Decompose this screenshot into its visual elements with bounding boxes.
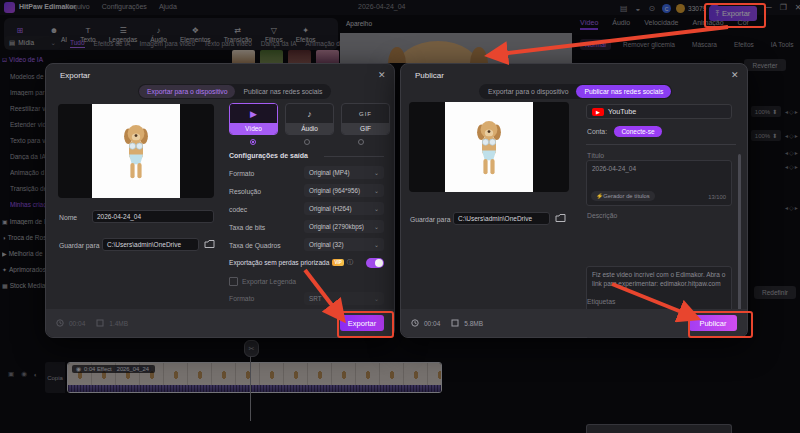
export-size: 1.4MB (109, 320, 128, 327)
tab-export-device[interactable]: Exportar para o dispositivo (480, 85, 576, 98)
platform-selector[interactable]: ▶ YouTube (586, 104, 732, 119)
chevron-down-icon: ⌄ (374, 295, 379, 302)
legend-checkbox[interactable] (229, 277, 238, 286)
publish-dialog-close-icon[interactable]: ✕ (731, 70, 739, 80)
lossless-toggle[interactable] (366, 258, 384, 268)
vip-badge: VIP (332, 259, 343, 266)
guardar-label: Guardar para (410, 216, 450, 223)
setting-label: Taxa de Quadros (229, 242, 281, 249)
tab-publish-social[interactable]: Publicar nas redes sociais (235, 85, 330, 98)
gif-format-icon: GIF (342, 104, 389, 123)
clock-icon (411, 319, 419, 327)
etiquetas-field[interactable] (586, 424, 732, 433)
legend-format-label: Formato (229, 295, 254, 302)
publish-dialog-title: Publicar (415, 71, 444, 80)
file-size-icon (96, 319, 104, 327)
titulo-counter: 13/100 (708, 194, 726, 200)
export-confirm-button[interactable]: Exportar (340, 315, 384, 331)
guardar-label: Guardar para (59, 242, 99, 249)
export-dialog: Exportar ✕ Exportar para o dispositivo P… (45, 63, 395, 338)
app-window: HitPaw Edimakor Arquivo Configurações Aj… (0, 0, 800, 433)
srt-dropdown: SRT⌄ (304, 292, 384, 305)
formato-dropdown[interactable]: Original (MP4)⌄ (304, 166, 384, 179)
nome-input[interactable]: 2026-04-24_04 (92, 210, 214, 223)
chevron-down-icon: ⌄ (374, 187, 379, 194)
publish-dialog: Publicar ✕ Exportar para o dispositivo P… (400, 63, 748, 338)
export-preview (58, 104, 214, 198)
publish-confirm-button[interactable]: Publicar (689, 315, 737, 331)
tab-export-device[interactable]: Exportar para o dispositivo (139, 85, 235, 98)
export-dialog-title: Exportar (60, 71, 90, 80)
export-dialog-close-icon[interactable]: ✕ (378, 70, 386, 80)
titulo-label: Título (587, 152, 604, 159)
youtube-icon: ▶ (592, 108, 604, 116)
dog-image (115, 120, 157, 182)
nome-label: Nome (59, 214, 77, 221)
framerate-dropdown[interactable]: Original (32)⌄ (304, 238, 384, 251)
bitrate-dropdown[interactable]: Original (2790kbps)⌄ (304, 220, 384, 233)
chevron-down-icon: ⌄ (374, 241, 379, 248)
resolucao-dropdown[interactable]: Original (964*956)⌄ (304, 184, 384, 197)
info-icon[interactable]: ⓘ (347, 258, 354, 267)
export-duration: 00:04 (69, 320, 85, 327)
publish-preview (409, 102, 569, 192)
clock-icon (56, 319, 64, 327)
chevron-down-icon: ⌄ (374, 169, 379, 176)
radio-video[interactable] (250, 139, 256, 145)
chevron-down-icon: ⌄ (374, 205, 379, 212)
chevron-down-icon: ⌄ (374, 223, 379, 230)
publish-size: 5.8MB (464, 320, 483, 327)
format-card-video[interactable]: ▶Vídeo (229, 103, 278, 135)
audio-format-icon: ♪ (286, 104, 333, 123)
titulo-textarea[interactable]: 2026-04-24_04 ⚡Gerador de títulos 13/100 (586, 160, 732, 206)
video-format-icon: ▶ (230, 104, 277, 123)
title-generator-chip[interactable]: ⚡Gerador de títulos (591, 191, 655, 201)
setting-label: codec (229, 206, 247, 213)
export-dialog-footer: 00:04 1.4MB Exportar (46, 309, 394, 337)
connect-button[interactable]: Conecte-se (614, 126, 662, 137)
scrollbar[interactable] (738, 154, 741, 312)
radio-gif[interactable] (358, 139, 364, 145)
tab-publish-social[interactable]: Publicar nas redes sociais (576, 85, 671, 98)
setting-label: Resolução (229, 188, 261, 195)
browse-folder-icon[interactable] (204, 239, 215, 249)
file-size-icon (451, 319, 459, 327)
publish-tab-group: Exportar para o dispositivo Publicar nas… (479, 84, 672, 99)
output-settings-title: Configurações de saída (229, 152, 308, 159)
desc-label: Descrição (587, 212, 617, 219)
dog-image (468, 116, 510, 178)
etiquetas-label: Etiquetas (587, 298, 615, 305)
export-tab-group: Exportar para o dispositivo Publicar nas… (138, 84, 331, 99)
legend-label: Exportar Legenda (242, 278, 296, 285)
codec-dropdown[interactable]: Original (H264)⌄ (304, 202, 384, 215)
publish-duration: 00:04 (424, 320, 440, 327)
format-card-gif[interactable]: GIFGIF (341, 103, 390, 135)
radio-audio[interactable] (304, 139, 310, 145)
guardar-input[interactable]: C:\Users\admin\OneDrive (453, 212, 550, 225)
guardar-input[interactable]: C:\Users\admin\OneDrive (102, 238, 199, 251)
lossless-label: Exportação sem perdas priorizada (229, 259, 329, 266)
browse-folder-icon[interactable] (555, 213, 566, 223)
setting-label: Formato (229, 170, 254, 177)
setting-label: Taxa de bits (229, 224, 265, 231)
publish-dialog-footer: 00:04 5.8MB Publicar (401, 309, 747, 337)
format-card-audio[interactable]: ♪Áudio (285, 103, 334, 135)
conta-label: Conta: (587, 128, 607, 135)
